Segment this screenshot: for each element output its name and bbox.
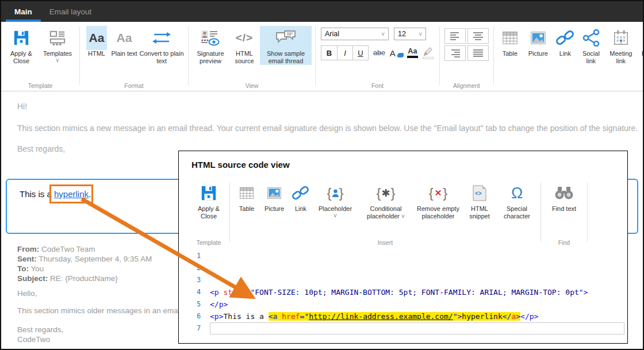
highlight-color-button[interactable]: A <box>390 48 402 58</box>
dialog-apply-close-button[interactable]: Apply & Close <box>192 181 225 220</box>
format-painter-button[interactable] <box>423 47 434 59</box>
line-number: 7 <box>179 322 210 334</box>
templates-label: Templates <box>43 50 72 57</box>
signature-preview-icon <box>197 26 224 50</box>
alignment-group-label: Alignment <box>440 82 493 89</box>
html-source-dialog: HTML source code view Apply & Close Temp… <box>178 151 628 344</box>
dialog-remove-empty-placeholder-button[interactable]: {✕} Remove empty placeholder <box>415 181 462 220</box>
picture-icon <box>263 181 285 205</box>
calendar-icon <box>610 26 632 50</box>
signature-text: This is a hyperlink. <box>20 189 91 199</box>
line-number: 4 <box>179 286 210 298</box>
insert-social-link-label: Social link <box>578 50 604 65</box>
link-icon <box>553 26 578 50</box>
ribbon-group-font: Arial ˅ 12 ˅ B I U abe A <box>316 22 439 91</box>
font-color-button[interactable]: Aa <box>407 48 418 58</box>
tab-email-layout[interactable]: Email layout <box>41 1 101 22</box>
dialog-placeholder-button[interactable]: {} Placeholder ˅ <box>313 181 357 218</box>
dialog-special-character-label: Special character <box>497 205 536 220</box>
align-justify-icon <box>472 49 484 58</box>
code-editor[interactable]: 1234<p style="FONT-SIZE: 10pt; MARGIN-BO… <box>179 250 627 343</box>
quoted-email: From: CodeTwo Team Sent: Thursday, Septe… <box>17 244 180 344</box>
dialog-find-group-label: Find <box>542 239 586 246</box>
dialog-html-snippet-button[interactable]: <> HTML snippet <box>463 181 496 220</box>
html-source-button[interactable]: </> HTML source <box>230 26 259 65</box>
code-line[interactable]: 3 <box>179 274 627 286</box>
ribbon-group-template: Apply & Close Templates ˅ Template <box>1 22 79 91</box>
signature-hyperlink[interactable]: hyperlink <box>54 189 89 199</box>
dialog-link-button[interactable]: Link <box>289 181 312 213</box>
line-number: 6 <box>179 310 210 322</box>
email-intro-text: This section mimics a new message in an … <box>17 124 638 133</box>
insert-picture-button[interactable]: Picture <box>524 26 553 57</box>
underline-button[interactable]: U <box>352 46 368 60</box>
highlight-color-sample: A <box>390 48 396 58</box>
code-text <box>210 262 627 274</box>
format-painter-bar <box>423 57 434 59</box>
dialog-toolbar: Apply & Close Template Table Picture <box>179 176 627 249</box>
insert-table-button[interactable]: Table <box>497 26 523 57</box>
dialog-link-label: Link <box>295 205 306 213</box>
ribbon-tab-bar: Main Email layout <box>1 1 643 22</box>
insert-meeting-link-button[interactable]: Meeting link <box>605 26 637 65</box>
align-center-button[interactable] <box>467 28 489 44</box>
dialog-special-character-button[interactable]: Ω Special character <box>497 181 536 220</box>
pencil-icon <box>423 47 434 56</box>
templates-button[interactable]: Templates ˅ <box>39 26 76 63</box>
html-format-button[interactable]: Aa HTML <box>83 26 110 57</box>
code-line[interactable]: 5</p> <box>179 298 627 310</box>
line-number: 2 <box>179 262 210 274</box>
plain-text-button[interactable]: Aa Plain text <box>111 26 137 57</box>
insert-link-button[interactable]: Link <box>554 26 577 57</box>
bold-button[interactable]: B <box>321 46 337 60</box>
chevron-down-icon: ˅ <box>401 213 405 220</box>
insert-picture-label: Picture <box>528 50 548 57</box>
apply-close-button[interactable]: Apply & Close <box>5 26 38 65</box>
picture-icon <box>527 26 550 50</box>
code-line[interactable]: 1 <box>179 250 627 262</box>
code-line[interactable]: 4<p style="FONT-SIZE: 10pt; MARGIN-BOTTO… <box>179 286 627 298</box>
convert-arrows-icon <box>149 26 174 50</box>
chevron-down-icon: ˅ <box>334 213 337 218</box>
quoted-subject-line: Subject: RE: {ProductName} <box>17 274 180 283</box>
font-color-bar <box>407 56 418 58</box>
font-size-select[interactable]: 12 ˅ <box>394 28 426 40</box>
code-text <box>210 250 627 262</box>
align-left-button[interactable] <box>444 28 466 44</box>
line-number: 3 <box>179 274 210 286</box>
dialog-table-button[interactable]: Table <box>234 181 259 213</box>
insert-placeholder-button[interactable]: {} Placeholder ˅ <box>638 26 643 63</box>
dialog-table-label: Table <box>239 205 254 213</box>
templates-icon <box>46 26 69 50</box>
share-icon <box>579 26 603 50</box>
quoted-hello: Hello, <box>17 289 180 298</box>
ribbon-group-format: Aa HTML Aa Plain text Convert to plain t… <box>80 22 188 91</box>
align-justify-button[interactable] <box>467 45 489 61</box>
strikethrough-button[interactable]: abe <box>373 49 385 57</box>
show-sample-email-thread-label: Show sample email thread <box>260 50 312 65</box>
code-lines: 1234<p style="FONT-SIZE: 10pt; MARGIN-BO… <box>179 250 627 334</box>
italic-button[interactable]: I <box>337 46 352 60</box>
code-line[interactable]: 2 <box>179 262 627 274</box>
tab-main[interactable]: Main <box>6 1 41 22</box>
quoted-from-line: From: CodeTwo Team <box>17 244 180 254</box>
ribbon-group-insert: Table Picture Link Social link <box>494 22 643 91</box>
dialog-picture-label: Picture <box>264 205 284 213</box>
dialog-picture-button[interactable]: Picture <box>260 181 288 213</box>
line-number: 1 <box>179 250 210 262</box>
align-right-button[interactable] <box>444 45 466 61</box>
insert-social-link-button[interactable]: Social link <box>578 26 604 65</box>
dialog-remove-empty-placeholder-label: Remove empty placeholder <box>415 205 462 220</box>
table-icon <box>499 26 522 50</box>
dialog-conditional-placeholder-button[interactable]: {✱} Conditional placeholder ˅ <box>358 181 413 220</box>
ribbon: Apply & Close Templates ˅ Template Aa HT… <box>1 22 643 91</box>
conditional-placeholder-icon: {✱} <box>373 181 398 205</box>
font-family-select[interactable]: Arial ˅ <box>321 28 389 40</box>
code-line[interactable]: 6<p>This is a <a href="http://link-addre… <box>179 310 627 322</box>
code-line[interactable]: 7 <box>179 322 627 334</box>
dialog-find-text-button[interactable]: Find text <box>545 181 583 213</box>
show-sample-email-thread-button[interactable]: Show sample email thread <box>260 26 312 65</box>
convert-plain-text-button[interactable]: Convert to plain text <box>139 26 185 65</box>
quoted-signoff: CodeTwo <box>17 334 180 344</box>
signature-preview-button[interactable]: Signature preview <box>192 26 229 65</box>
